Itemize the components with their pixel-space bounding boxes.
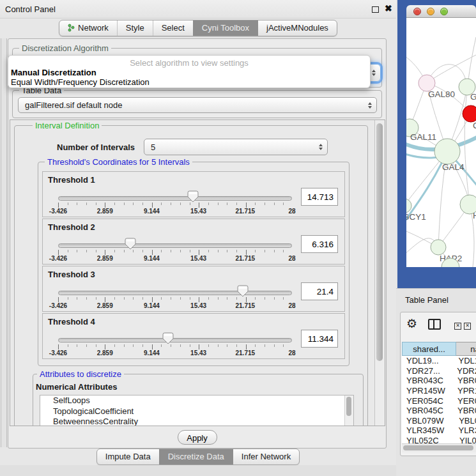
cyni-toolbox-panel: Discretization Algorithm Table Data galF… [8,38,387,449]
tab-select[interactable]: Select [153,20,193,36]
slider-scale-label: 2.859 [97,255,113,262]
column-header-shared-name[interactable]: shared... [402,342,456,356]
dropdown-hint: Select algorithm to view settings [8,58,370,68]
network-node-gal4[interactable] [434,139,460,164]
slider-thumb[interactable] [162,332,174,344]
close-panel-icon[interactable]: ✖ [385,3,392,13]
slider-scale-label: 21.715 [236,349,256,357]
table-horizontal-scrollbar[interactable] [402,443,476,452]
threshold-box: Threshold 2-3.4262.8599.14415.4321.71528 [42,219,345,265]
table-row[interactable]: YIL052CYIL0 [402,436,476,443]
cell-name: YBR0 [457,406,476,415]
num-intervals-combobox[interactable]: 5 [144,139,328,155]
splitter-strip[interactable] [1,38,7,447]
zoom-window-icon[interactable] [440,8,448,15]
threshold-label: Threshold 3 [48,270,95,279]
minimize-window-icon[interactable] [427,8,434,15]
control-panel-titlebar: Control Panel ✖ [0,0,396,19]
slider-thumb[interactable] [187,190,199,203]
slider-ticks [58,344,293,349]
cell-name: YLR3 [458,426,476,435]
slider-scale-label: 2.859 [97,349,113,357]
attributes-group: Attributes to discretize Numerical Attri… [33,374,364,426]
slider-thumb[interactable] [125,238,136,250]
threshold-slider-track[interactable] [58,291,292,295]
node-label: GAL4 [442,162,464,172]
threshold-value-field[interactable] [301,235,338,253]
slider-scale-label: 9.144 [144,349,160,357]
table-body: YDL19...YDL1YDR27...YDR2YBR043CYBR0YPR14… [402,356,476,443]
slider-scale-label: 2.859 [97,302,113,309]
checkbox-icon[interactable]: ✕ [464,323,471,330]
tab-style[interactable]: Style [117,20,153,36]
slider-scale-label: 21.715 [236,255,256,262]
close-window-icon[interactable] [413,8,421,15]
table-row[interactable]: YBL079WYBL0 [402,416,476,426]
cell-shared-name: YLR345W [402,426,458,435]
group-title: Discretization Algorithm [19,43,111,53]
dropdown-option-manual[interactable]: Manual Discretization [11,68,96,77]
interval-definition-group: Interval Definition Number of Intervals … [14,125,368,426]
table-row[interactable]: YDR27...YDR2 [402,366,476,376]
list-scrollbar[interactable] [344,395,353,426]
list-item[interactable]: SelfLoops [40,395,353,406]
table-row[interactable]: YLR345WYLR3 [402,426,476,436]
table-row[interactable]: YPR145WYPR1 [402,386,476,396]
tab-infer-network[interactable]: Infer Network [233,449,299,464]
settings-scrollbar[interactable] [374,120,385,426]
slider-ticks [58,203,293,208]
threshold-slider-track[interactable] [58,338,292,342]
table-row[interactable]: YBR045CYBR0 [402,406,476,416]
tab-label: Impute Data [105,452,151,461]
slider-scale-label: -3.426 [49,302,67,309]
combo-arrows-icon [368,102,372,109]
tab-label: Network [78,23,109,33]
cell-name: YDR2 [457,366,476,376]
slider-thumb[interactable] [237,285,249,297]
list-item[interactable]: BetweennessCentrality [40,417,353,426]
threshold-slider-track[interactable] [58,243,292,248]
slider-scale-label: 28 [288,255,295,262]
threshold-label: Threshold 1 [48,175,95,185]
threshold-value-field[interactable] [301,282,338,300]
float-panel-icon[interactable] [372,6,379,13]
num-intervals-label: Number of Intervals [57,142,135,152]
slider-scale-label: -3.426 [49,208,67,215]
network-node-gcy1[interactable] [406,199,411,213]
tab-cyni-toolbox[interactable]: Cyni Toolbox [193,20,257,36]
gear-icon[interactable]: ⚙ [406,316,417,331]
column-header-name[interactable]: na [456,342,476,356]
table-data-combobox[interactable]: galFiltered.sif default node [18,97,377,113]
network-window-titlebar [406,5,476,18]
tab-network[interactable]: Network [59,20,117,36]
node-label: GA [470,92,476,102]
apply-button[interactable]: Apply [178,430,217,445]
slider-scale-label: 28 [288,208,295,215]
node-label: H [473,211,476,220]
tab-discretize-data[interactable]: Discretize Data [159,449,233,464]
table-row[interactable]: YBR043CYBR0 [402,376,476,386]
threshold-slider-track[interactable] [58,196,292,201]
list-item[interactable]: TopologicalCoefficient [40,406,353,417]
threshold-value-field[interactable] [301,188,338,206]
cell-name: YIL0 [459,436,476,443]
cell-shared-name: YDR27... [402,366,457,376]
slider-scale-label: 15.43 [190,255,206,262]
table-row[interactable]: YER054CYER0 [402,395,476,406]
slider-scale-label: -3.426 [49,349,67,357]
threshold-value-field[interactable] [301,330,338,348]
cell-name: YBR0 [457,376,476,385]
columns-icon[interactable] [428,319,441,330]
attributes-list[interactable]: SelfLoopsTopologicalCoefficientBetweenne… [40,395,354,426]
tab-impute-data[interactable]: Impute Data [97,449,159,464]
tab-jactivemnodules[interactable]: jActiveMNodules [257,20,337,36]
numerical-attributes-label: Numerical Attributes [36,382,117,392]
threshold-label: Threshold 4 [48,317,95,326]
network-canvas[interactable]: GAL80GACGAL11GAL4GCY1HHAP2 [406,18,476,267]
network-node-hap2[interactable] [431,240,446,255]
dropdown-option-equal-width[interactable]: Equal Width/Frequency Discretization [11,77,150,87]
combo-arrows-icon [372,70,376,76]
checkbox-icon[interactable]: ✕ [454,323,461,330]
network-node-c[interactable] [463,105,476,122]
table-row[interactable]: YDL19...YDL1 [402,356,476,366]
